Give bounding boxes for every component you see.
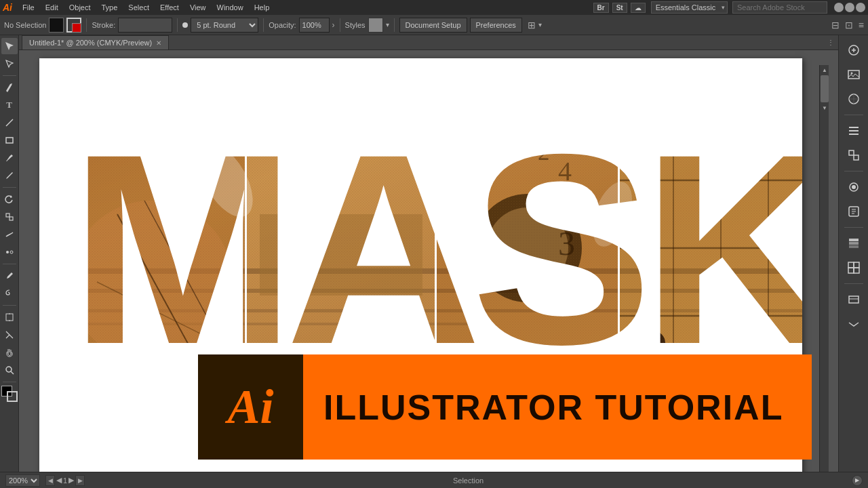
bridge-icon[interactable]: Br bbox=[593, 3, 609, 13]
stock-icon[interactable]: St bbox=[612, 3, 627, 13]
doc-setup-button[interactable]: Document Setup bbox=[399, 18, 467, 33]
menu-edit[interactable]: Edit bbox=[41, 0, 63, 15]
svg-rect-67 bbox=[848, 268, 854, 273]
blend-tool[interactable] bbox=[1, 244, 18, 260]
align-panel-button[interactable] bbox=[843, 120, 865, 142]
lasso-tool[interactable] bbox=[1, 285, 18, 302]
options-bar: No Selection Stroke: 5 pt. Round Opacity… bbox=[0, 15, 868, 35]
document-tab[interactable]: Untitled-1* @ 200% (CMYK/Preview) ✕ bbox=[22, 35, 169, 49]
color-panel-button[interactable] bbox=[843, 88, 865, 110]
stock-search-input[interactable] bbox=[732, 1, 827, 14]
play-button[interactable]: ▶ bbox=[852, 475, 863, 486]
images-panel-button[interactable] bbox=[843, 64, 865, 85]
current-page: 1 bbox=[63, 476, 67, 485]
menu-view[interactable]: View bbox=[185, 0, 211, 15]
arrange-icon[interactable]: ⊞ bbox=[528, 20, 536, 30]
stroke-weight-field[interactable] bbox=[118, 18, 172, 33]
options-arrow[interactable]: ▾ bbox=[538, 21, 542, 28]
close-button[interactable] bbox=[856, 3, 865, 12]
next-page-button[interactable]: ▶ bbox=[75, 475, 85, 486]
more-icon[interactable]: ≡ bbox=[859, 20, 864, 30]
appearance-panel-button[interactable] bbox=[843, 176, 865, 198]
warp-tool[interactable] bbox=[1, 226, 18, 243]
menu-object[interactable]: Object bbox=[64, 0, 96, 15]
opacity-arrow[interactable]: › bbox=[332, 20, 335, 30]
prev-page-button[interactable]: ◀ bbox=[45, 475, 55, 486]
scroll-up-button[interactable]: ▲ bbox=[820, 65, 829, 75]
svg-rect-57 bbox=[849, 150, 854, 155]
slice-tool[interactable] bbox=[1, 327, 18, 343]
workspace-selector[interactable]: Essentials Classic bbox=[651, 1, 728, 14]
scroll-thumb[interactable] bbox=[821, 75, 829, 102]
pen-tool[interactable] bbox=[1, 79, 18, 96]
stroke-color-wrap bbox=[66, 18, 81, 33]
svg-rect-65 bbox=[848, 262, 854, 268]
fill-color-box[interactable] bbox=[49, 18, 64, 33]
artboards-panel-button[interactable] bbox=[843, 257, 865, 279]
scroll-down-button[interactable]: ▼ bbox=[820, 103, 829, 113]
svg-text:4: 4 bbox=[558, 156, 572, 186]
expand-panel-button[interactable] bbox=[843, 313, 865, 335]
right-panel-separator-4 bbox=[844, 283, 863, 284]
svg-rect-66 bbox=[854, 262, 859, 268]
toolbar-separator-5 bbox=[394, 18, 395, 32]
artboard-tool[interactable] bbox=[1, 309, 18, 325]
menu-select[interactable]: Select bbox=[123, 0, 154, 15]
zoom-tool[interactable] bbox=[1, 362, 18, 378]
fill-stroke-switch[interactable] bbox=[1, 386, 18, 402]
svg-rect-1 bbox=[6, 138, 13, 143]
menu-help[interactable]: Help bbox=[250, 0, 275, 15]
maximize-button[interactable] bbox=[845, 3, 854, 12]
toolbar-separator-2 bbox=[177, 18, 178, 32]
styles-arrow[interactable]: ▾ bbox=[386, 21, 389, 28]
layers-panel-button[interactable] bbox=[843, 232, 865, 254]
mode-label: Selection bbox=[453, 476, 484, 485]
tab-close-button[interactable]: ✕ bbox=[156, 36, 161, 50]
graphic-styles-button[interactable] bbox=[843, 201, 865, 222]
lower-banner: Ai ILLUSTRATOR TUTORIAL bbox=[198, 354, 812, 460]
svg-rect-6 bbox=[6, 314, 13, 321]
transform-panel-button[interactable] bbox=[843, 144, 865, 166]
vertical-scrollbar[interactable]: ▲ ▼ bbox=[819, 65, 829, 472]
line-tool[interactable] bbox=[1, 115, 18, 131]
right-panel-separator-3 bbox=[844, 227, 863, 228]
svg-rect-58 bbox=[854, 155, 859, 160]
svg-rect-38 bbox=[63, 79, 802, 380]
view-toggle-icon[interactable]: ⊡ bbox=[845, 20, 853, 30]
pencil-tool[interactable] bbox=[1, 167, 18, 184]
selection-tool[interactable] bbox=[1, 38, 18, 54]
eyedropper-tool[interactable] bbox=[1, 268, 18, 284]
panel-toggle-icon[interactable]: ⊟ bbox=[831, 20, 840, 30]
rect-tool[interactable] bbox=[1, 132, 18, 148]
status-bar: 200% ◀ ◀ 1 ▶ ▶ Selection ▶ bbox=[0, 472, 868, 488]
svg-rect-47 bbox=[618, 79, 620, 380]
rotate-tool[interactable] bbox=[1, 191, 18, 207]
preferences-button[interactable]: Preferences bbox=[470, 18, 522, 33]
type-tool[interactable]: T bbox=[1, 97, 18, 113]
svg-rect-63 bbox=[849, 242, 859, 245]
page-label: ◀ bbox=[56, 476, 62, 485]
tool-separator-2 bbox=[3, 187, 16, 188]
menu-type[interactable]: Type bbox=[97, 0, 123, 15]
menu-window[interactable]: Window bbox=[212, 0, 248, 15]
toolbar-separator-3 bbox=[263, 18, 264, 32]
paintbrush-tool[interactable] bbox=[1, 150, 18, 166]
mask-artwork: MASK bbox=[63, 79, 802, 380]
hand-tool[interactable] bbox=[1, 344, 18, 361]
minimize-button[interactable] bbox=[834, 3, 844, 12]
brush-select[interactable]: 5 pt. Round bbox=[191, 18, 258, 33]
tutorial-banner: ILLUSTRATOR TUTORIAL bbox=[303, 354, 812, 460]
cloud-icon[interactable]: ☁ bbox=[631, 3, 646, 13]
menu-file[interactable]: File bbox=[18, 0, 39, 15]
opacity-input[interactable] bbox=[299, 18, 330, 33]
svg-point-60 bbox=[852, 185, 856, 189]
scale-tool[interactable] bbox=[1, 209, 18, 225]
links-panel-button[interactable] bbox=[843, 289, 865, 310]
cloud-panel-button[interactable] bbox=[843, 39, 865, 61]
opacity-label: Opacity: bbox=[269, 21, 296, 29]
menu-effect[interactable]: Effect bbox=[155, 0, 184, 15]
toolbar-separator bbox=[86, 18, 87, 32]
zoom-select[interactable]: 200% bbox=[5, 474, 40, 487]
styles-swatch[interactable] bbox=[368, 18, 383, 33]
direct-selection-tool[interactable] bbox=[1, 56, 18, 72]
